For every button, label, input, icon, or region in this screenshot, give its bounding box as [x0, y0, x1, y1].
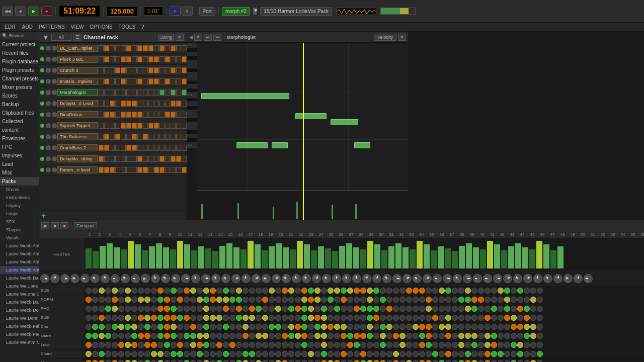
strip-cell-3-42[interactable]: [360, 315, 366, 321]
strip-cell-0-4[interactable]: [112, 288, 118, 294]
strip-cell-2-18[interactable]: [203, 306, 209, 312]
strip-cell-2-51[interactable]: [419, 306, 425, 312]
strip-cell-3-41[interactable]: [354, 315, 360, 321]
strip-cell-8-4[interactable]: [112, 360, 118, 363]
pad-2-3[interactable]: [115, 67, 120, 73]
ch-name-4[interactable]: Morphologist: [57, 89, 98, 96]
strip-cell-1-18[interactable]: [203, 297, 209, 303]
pad-7-9[interactable]: [148, 123, 153, 129]
knob-3[interactable]: [69, 273, 80, 284]
pad-2-14[interactable]: [176, 67, 181, 73]
sidebar-item-envelopes[interactable]: Envelopes: [0, 134, 39, 143]
pad-7-6[interactable]: [132, 123, 137, 129]
pad-2-5[interactable]: [126, 67, 131, 73]
strip-cell-1-13[interactable]: [171, 297, 177, 303]
pad-11-14[interactable]: [176, 167, 181, 173]
strip-cell-3-33[interactable]: [301, 315, 307, 321]
strip-cell-6-0[interactable]: [86, 342, 92, 348]
strip-cell-6-10[interactable]: [151, 342, 157, 348]
strip-cell-7-52[interactable]: [426, 351, 432, 357]
fader-31[interactable]: [304, 244, 310, 268]
strip-cell-3-39[interactable]: [341, 315, 347, 321]
channel-row[interactable]: Pluck 3 60L: [39, 54, 187, 65]
knob-18[interactable]: [220, 273, 232, 285]
pad-5-1[interactable]: [104, 101, 109, 107]
pad-5-14[interactable]: [176, 101, 181, 107]
fader-65[interactable]: [543, 244, 549, 268]
sidebar-item-instruments[interactable]: Instruments: [0, 194, 39, 202]
strip-cell-5-15[interactable]: [184, 333, 190, 339]
strip-cell-3-59[interactable]: [471, 315, 477, 321]
strip-cell-1-32[interactable]: [295, 297, 301, 303]
strip-cell-1-4[interactable]: [112, 297, 118, 303]
strip-cell-5-16[interactable]: [190, 333, 196, 339]
fader-56[interactable]: [480, 249, 486, 268]
knob-45[interactable]: [493, 274, 503, 284]
strip-cell-0-63[interactable]: [498, 288, 504, 294]
channel-row[interactable]: CrudeBass 2: [39, 142, 187, 153]
strip-cell-6-57[interactable]: [458, 342, 464, 348]
pad-8-14[interactable]: [176, 134, 181, 140]
sidebar-item-ahh-b[interactable]: Laurie Webb Ahh B: [0, 250, 39, 258]
pad-2-13[interactable]: [171, 67, 176, 73]
pad-8-3[interactable]: [115, 134, 120, 140]
strip-cell-3-0[interactable]: [86, 315, 92, 321]
strip-cell-0-41[interactable]: [354, 288, 360, 294]
strip-cell-8-65[interactable]: [511, 360, 517, 363]
pad-1-7[interactable]: [137, 56, 142, 62]
strip-cell-5-34[interactable]: [308, 333, 314, 339]
fader-50[interactable]: [438, 246, 444, 268]
strip-cell-4-17[interactable]: [197, 324, 203, 330]
knob-14[interactable]: [181, 274, 190, 283]
strip-cell-3-53[interactable]: [432, 315, 438, 321]
strip-cell-2-39[interactable]: [341, 306, 347, 312]
pad-0-8[interactable]: [143, 45, 148, 51]
sidebar-search-icon[interactable]: 🔍: [2, 33, 8, 38]
channel-row[interactable]: DelayMa...delay: [39, 153, 187, 164]
strip-cell-3-67[interactable]: [524, 315, 530, 321]
strip-cell-5-65[interactable]: [511, 333, 517, 339]
pad-8-6[interactable]: [132, 134, 137, 140]
strip-cell-0-45[interactable]: [380, 288, 386, 294]
ch-btn-3-1[interactable]: [46, 79, 51, 84]
pad-1-15[interactable]: [182, 56, 187, 62]
ch-btn-1-1[interactable]: [46, 57, 51, 62]
menu-patterns[interactable]: PATTERNS: [36, 24, 67, 30]
fader-3[interactable]: [107, 243, 113, 268]
pad-5-11[interactable]: [159, 101, 165, 107]
sidebar-item-current-project[interactable]: Current project: [0, 40, 39, 49]
strip-cell-0-66[interactable]: [517, 288, 523, 294]
strip-cell-4-33[interactable]: [301, 324, 307, 330]
strip-cell-1-34[interactable]: [308, 297, 314, 303]
strip-cell-0-51[interactable]: [419, 288, 425, 294]
strip-cell-5-21[interactable]: [223, 333, 229, 339]
fader-29[interactable]: [290, 249, 296, 268]
pad-5-12[interactable]: [165, 101, 170, 107]
strip-cell-1-5[interactable]: [118, 297, 124, 303]
ch-led-6[interactable]: [40, 113, 44, 117]
strip-cell-1-69[interactable]: [537, 297, 543, 303]
pad-6-3[interactable]: [115, 112, 120, 118]
ch-btn-2-1[interactable]: [46, 68, 51, 73]
sidebar-item-one-on-b[interactable]: Laurie We.one On B: [0, 290, 39, 298]
fader-7[interactable]: [135, 244, 141, 268]
pad-4-13[interactable]: [171, 89, 176, 96]
strip-cell-1-27[interactable]: [262, 297, 268, 303]
strip-cell-8-25[interactable]: [249, 360, 255, 363]
strip-cell-7-51[interactable]: [419, 351, 425, 357]
pad-0-2[interactable]: [110, 45, 115, 51]
ch-btn-7-2[interactable]: [52, 123, 57, 128]
strip-cell-4-22[interactable]: [229, 324, 235, 330]
strip-cell-6-62[interactable]: [491, 342, 497, 348]
channel-row[interactable]: The Sickness: [39, 131, 187, 142]
sidebar-item-impulses[interactable]: Impulses: [0, 151, 39, 160]
pad-10-8[interactable]: [143, 156, 148, 162]
strip-cell-2-31[interactable]: [288, 306, 294, 312]
strip-cell-5-29[interactable]: [275, 333, 281, 339]
pad-2-12[interactable]: [165, 67, 170, 73]
strip-cell-1-38[interactable]: [334, 297, 340, 303]
knob-27[interactable]: [310, 273, 323, 285]
strip-cell-0-39[interactable]: [341, 288, 347, 294]
knob-34[interactable]: [380, 272, 393, 285]
strip-cell-6-36[interactable]: [321, 342, 327, 348]
